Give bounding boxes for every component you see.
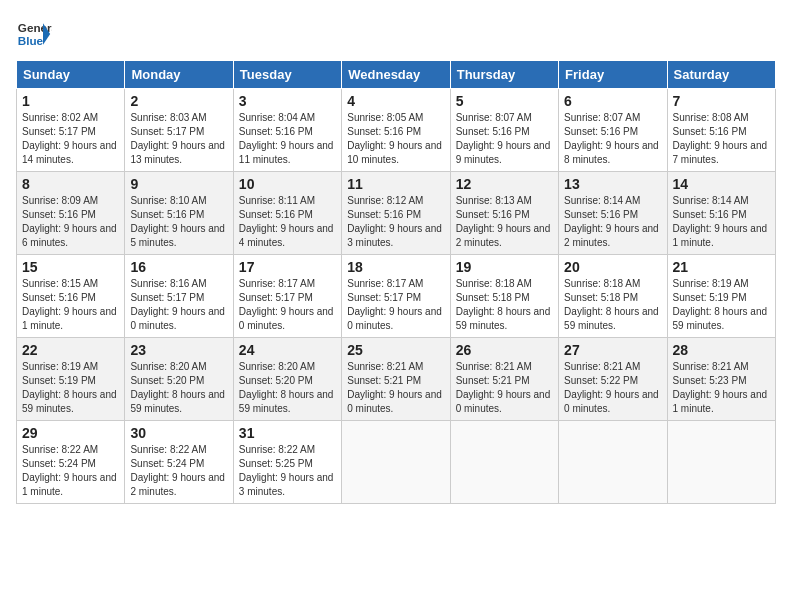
calendar-day-1: 1 Sunrise: 8:02 AMSunset: 5:17 PMDayligh…: [17, 89, 125, 172]
logo-icon: General Blue: [16, 16, 52, 52]
day-number: 5: [456, 93, 553, 109]
day-info: Sunrise: 8:21 AMSunset: 5:22 PMDaylight:…: [564, 361, 659, 414]
calendar-day-20: 20 Sunrise: 8:18 AMSunset: 5:18 PMDaylig…: [559, 255, 667, 338]
calendar-week-5: 29 Sunrise: 8:22 AMSunset: 5:24 PMDaylig…: [17, 421, 776, 504]
calendar-day-11: 11 Sunrise: 8:12 AMSunset: 5:16 PMDaylig…: [342, 172, 450, 255]
day-number: 31: [239, 425, 336, 441]
day-info: Sunrise: 8:21 AMSunset: 5:23 PMDaylight:…: [673, 361, 768, 414]
calendar-day-22: 22 Sunrise: 8:19 AMSunset: 5:19 PMDaylig…: [17, 338, 125, 421]
day-number: 16: [130, 259, 227, 275]
empty-cell: [667, 421, 775, 504]
calendar-day-17: 17 Sunrise: 8:17 AMSunset: 5:17 PMDaylig…: [233, 255, 341, 338]
day-info: Sunrise: 8:22 AMSunset: 5:24 PMDaylight:…: [130, 444, 225, 497]
day-number: 25: [347, 342, 444, 358]
day-info: Sunrise: 8:04 AMSunset: 5:16 PMDaylight:…: [239, 112, 334, 165]
day-number: 11: [347, 176, 444, 192]
day-info: Sunrise: 8:11 AMSunset: 5:16 PMDaylight:…: [239, 195, 334, 248]
day-info: Sunrise: 8:13 AMSunset: 5:16 PMDaylight:…: [456, 195, 551, 248]
weekday-header-thursday: Thursday: [450, 61, 558, 89]
day-info: Sunrise: 8:19 AMSunset: 5:19 PMDaylight:…: [673, 278, 768, 331]
weekday-header-friday: Friday: [559, 61, 667, 89]
day-number: 23: [130, 342, 227, 358]
header: General Blue: [16, 16, 776, 52]
logo: General Blue: [16, 16, 52, 52]
calendar-day-28: 28 Sunrise: 8:21 AMSunset: 5:23 PMDaylig…: [667, 338, 775, 421]
weekday-header-sunday: Sunday: [17, 61, 125, 89]
day-number: 22: [22, 342, 119, 358]
day-number: 14: [673, 176, 770, 192]
calendar-table: SundayMondayTuesdayWednesdayThursdayFrid…: [16, 60, 776, 504]
day-info: Sunrise: 8:08 AMSunset: 5:16 PMDaylight:…: [673, 112, 768, 165]
empty-cell: [342, 421, 450, 504]
day-number: 6: [564, 93, 661, 109]
day-number: 30: [130, 425, 227, 441]
day-number: 19: [456, 259, 553, 275]
calendar-day-2: 2 Sunrise: 8:03 AMSunset: 5:17 PMDayligh…: [125, 89, 233, 172]
day-number: 1: [22, 93, 119, 109]
calendar-day-15: 15 Sunrise: 8:15 AMSunset: 5:16 PMDaylig…: [17, 255, 125, 338]
day-info: Sunrise: 8:15 AMSunset: 5:16 PMDaylight:…: [22, 278, 117, 331]
calendar-day-12: 12 Sunrise: 8:13 AMSunset: 5:16 PMDaylig…: [450, 172, 558, 255]
calendar-day-27: 27 Sunrise: 8:21 AMSunset: 5:22 PMDaylig…: [559, 338, 667, 421]
empty-cell: [450, 421, 558, 504]
day-number: 21: [673, 259, 770, 275]
calendar-day-29: 29 Sunrise: 8:22 AMSunset: 5:24 PMDaylig…: [17, 421, 125, 504]
day-number: 26: [456, 342, 553, 358]
calendar-day-6: 6 Sunrise: 8:07 AMSunset: 5:16 PMDayligh…: [559, 89, 667, 172]
day-info: Sunrise: 8:21 AMSunset: 5:21 PMDaylight:…: [347, 361, 442, 414]
day-number: 9: [130, 176, 227, 192]
day-info: Sunrise: 8:20 AMSunset: 5:20 PMDaylight:…: [239, 361, 334, 414]
weekday-header-tuesday: Tuesday: [233, 61, 341, 89]
day-number: 17: [239, 259, 336, 275]
day-number: 24: [239, 342, 336, 358]
calendar-day-16: 16 Sunrise: 8:16 AMSunset: 5:17 PMDaylig…: [125, 255, 233, 338]
calendar-week-2: 8 Sunrise: 8:09 AMSunset: 5:16 PMDayligh…: [17, 172, 776, 255]
day-number: 8: [22, 176, 119, 192]
day-info: Sunrise: 8:12 AMSunset: 5:16 PMDaylight:…: [347, 195, 442, 248]
day-info: Sunrise: 8:16 AMSunset: 5:17 PMDaylight:…: [130, 278, 225, 331]
calendar-day-3: 3 Sunrise: 8:04 AMSunset: 5:16 PMDayligh…: [233, 89, 341, 172]
day-number: 20: [564, 259, 661, 275]
calendar-day-7: 7 Sunrise: 8:08 AMSunset: 5:16 PMDayligh…: [667, 89, 775, 172]
day-info: Sunrise: 8:21 AMSunset: 5:21 PMDaylight:…: [456, 361, 551, 414]
calendar-day-5: 5 Sunrise: 8:07 AMSunset: 5:16 PMDayligh…: [450, 89, 558, 172]
day-info: Sunrise: 8:22 AMSunset: 5:24 PMDaylight:…: [22, 444, 117, 497]
day-number: 13: [564, 176, 661, 192]
calendar-day-30: 30 Sunrise: 8:22 AMSunset: 5:24 PMDaylig…: [125, 421, 233, 504]
day-info: Sunrise: 8:14 AMSunset: 5:16 PMDaylight:…: [673, 195, 768, 248]
weekday-header-wednesday: Wednesday: [342, 61, 450, 89]
day-number: 10: [239, 176, 336, 192]
calendar-day-24: 24 Sunrise: 8:20 AMSunset: 5:20 PMDaylig…: [233, 338, 341, 421]
day-number: 15: [22, 259, 119, 275]
calendar-day-14: 14 Sunrise: 8:14 AMSunset: 5:16 PMDaylig…: [667, 172, 775, 255]
day-info: Sunrise: 8:09 AMSunset: 5:16 PMDaylight:…: [22, 195, 117, 248]
day-info: Sunrise: 8:17 AMSunset: 5:17 PMDaylight:…: [239, 278, 334, 331]
calendar-day-19: 19 Sunrise: 8:18 AMSunset: 5:18 PMDaylig…: [450, 255, 558, 338]
day-number: 28: [673, 342, 770, 358]
calendar-day-21: 21 Sunrise: 8:19 AMSunset: 5:19 PMDaylig…: [667, 255, 775, 338]
day-info: Sunrise: 8:20 AMSunset: 5:20 PMDaylight:…: [130, 361, 225, 414]
calendar-day-31: 31 Sunrise: 8:22 AMSunset: 5:25 PMDaylig…: [233, 421, 341, 504]
day-info: Sunrise: 8:19 AMSunset: 5:19 PMDaylight:…: [22, 361, 117, 414]
day-info: Sunrise: 8:07 AMSunset: 5:16 PMDaylight:…: [456, 112, 551, 165]
weekday-header-saturday: Saturday: [667, 61, 775, 89]
svg-text:Blue: Blue: [18, 34, 44, 47]
empty-cell: [559, 421, 667, 504]
calendar-day-8: 8 Sunrise: 8:09 AMSunset: 5:16 PMDayligh…: [17, 172, 125, 255]
day-number: 29: [22, 425, 119, 441]
day-number: 18: [347, 259, 444, 275]
day-number: 7: [673, 93, 770, 109]
day-info: Sunrise: 8:10 AMSunset: 5:16 PMDaylight:…: [130, 195, 225, 248]
calendar-day-9: 9 Sunrise: 8:10 AMSunset: 5:16 PMDayligh…: [125, 172, 233, 255]
day-number: 12: [456, 176, 553, 192]
weekday-header-monday: Monday: [125, 61, 233, 89]
day-info: Sunrise: 8:18 AMSunset: 5:18 PMDaylight:…: [456, 278, 551, 331]
day-info: Sunrise: 8:18 AMSunset: 5:18 PMDaylight:…: [564, 278, 659, 331]
day-info: Sunrise: 8:17 AMSunset: 5:17 PMDaylight:…: [347, 278, 442, 331]
day-number: 2: [130, 93, 227, 109]
day-number: 3: [239, 93, 336, 109]
calendar-day-26: 26 Sunrise: 8:21 AMSunset: 5:21 PMDaylig…: [450, 338, 558, 421]
day-info: Sunrise: 8:22 AMSunset: 5:25 PMDaylight:…: [239, 444, 334, 497]
calendar-day-25: 25 Sunrise: 8:21 AMSunset: 5:21 PMDaylig…: [342, 338, 450, 421]
calendar-week-1: 1 Sunrise: 8:02 AMSunset: 5:17 PMDayligh…: [17, 89, 776, 172]
